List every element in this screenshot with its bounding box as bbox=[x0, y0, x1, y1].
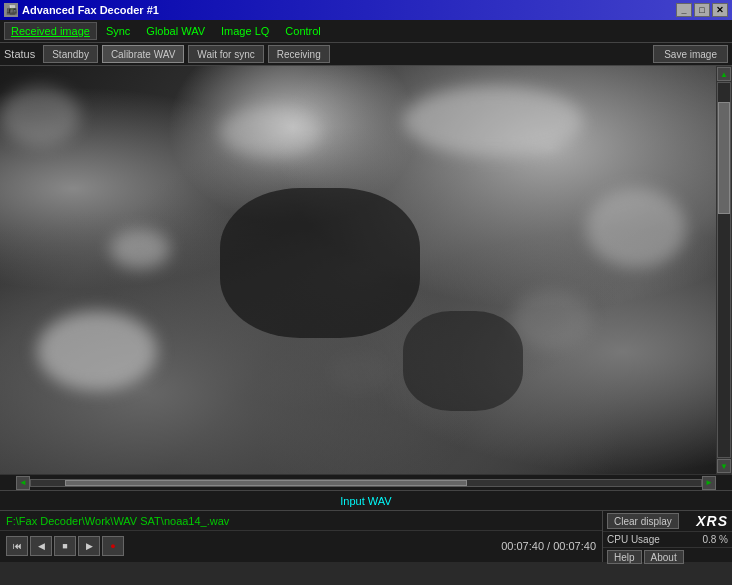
time-display: 00:07:40 / 00:07:40 bbox=[501, 540, 596, 552]
rewind-button[interactable]: ⏮ bbox=[6, 536, 28, 556]
calibrate-wav-button[interactable]: Calibrate WAV bbox=[102, 45, 184, 63]
status-label: Status bbox=[4, 48, 35, 60]
vscroll-thumb[interactable] bbox=[718, 102, 730, 214]
tab-image-lq[interactable]: Image LQ bbox=[214, 22, 276, 40]
app-icon: 📠 bbox=[4, 3, 18, 17]
maximize-button[interactable]: □ bbox=[694, 3, 710, 17]
receiving-button[interactable]: Receiving bbox=[268, 45, 330, 63]
tab-sync[interactable]: Sync bbox=[99, 22, 137, 40]
about-button[interactable]: About bbox=[644, 550, 684, 564]
save-image-button[interactable]: Save image bbox=[653, 45, 728, 63]
standby-button[interactable]: Standby bbox=[43, 45, 98, 63]
xrs-logo: XRS bbox=[696, 513, 728, 529]
help-about-row: Help About bbox=[603, 548, 732, 566]
status-bar: Status Standby Calibrate WAV Wait for sy… bbox=[0, 42, 732, 66]
input-wav-bar: Input WAV bbox=[0, 490, 732, 510]
play-button[interactable]: ▶ bbox=[78, 536, 100, 556]
satellite-image bbox=[0, 66, 732, 474]
input-wav-label: Input WAV bbox=[340, 495, 391, 507]
image-area: ▲ ▼ bbox=[0, 66, 732, 474]
minimize-button[interactable]: _ bbox=[676, 3, 692, 17]
horizontal-scroll-area[interactable]: ◄ ► bbox=[0, 474, 732, 490]
vertical-scrollbar[interactable]: ▲ ▼ bbox=[716, 66, 732, 474]
wait-for-sync-button[interactable]: Wait for sync bbox=[188, 45, 263, 63]
bottom-right: Clear display XRS CPU Usage 0.8 % Help A… bbox=[602, 511, 732, 562]
record-button[interactable]: ● bbox=[102, 536, 124, 556]
title-text: Advanced Fax Decoder #1 bbox=[22, 4, 159, 16]
vscroll-down-button[interactable]: ▼ bbox=[717, 459, 731, 473]
cpu-row: CPU Usage 0.8 % bbox=[603, 532, 732, 548]
tab-global-wav[interactable]: Global WAV bbox=[139, 22, 212, 40]
menu-bar: Received image Sync Global WAV Image LQ … bbox=[0, 20, 732, 42]
hscroll-thumb[interactable] bbox=[65, 480, 467, 486]
tab-received-image[interactable]: Received image bbox=[4, 22, 97, 40]
cpu-label: CPU Usage bbox=[607, 534, 660, 545]
help-button[interactable]: Help bbox=[607, 550, 642, 564]
scroll-right-button[interactable]: ► bbox=[702, 476, 716, 490]
scroll-left-button[interactable]: ◄ bbox=[16, 476, 30, 490]
bottom-area: F:\Fax Decoder\Work\WAV SAT\noaa14_.wav … bbox=[0, 510, 732, 562]
prev-button[interactable]: ◀ bbox=[30, 536, 52, 556]
stop-button[interactable]: ■ bbox=[54, 536, 76, 556]
clear-display-button[interactable]: Clear display bbox=[607, 513, 679, 529]
clear-display-row: Clear display XRS bbox=[603, 511, 732, 532]
hscroll-track[interactable] bbox=[30, 479, 702, 487]
title-bar-left: 📠 Advanced Fax Decoder #1 bbox=[4, 3, 159, 17]
controls-row: ⏮ ◀ ■ ▶ ● 00:07:40 / 00:07:40 bbox=[0, 531, 602, 561]
cpu-value: 0.8 % bbox=[702, 534, 728, 545]
tab-control[interactable]: Control bbox=[278, 22, 327, 40]
close-button[interactable]: ✕ bbox=[712, 3, 728, 17]
vscroll-up-button[interactable]: ▲ bbox=[717, 67, 731, 81]
vscroll-track[interactable] bbox=[717, 82, 731, 458]
file-path: F:\Fax Decoder\Work\WAV SAT\noaa14_.wav bbox=[0, 511, 602, 531]
title-controls[interactable]: _ □ ✕ bbox=[676, 3, 728, 17]
title-bar: 📠 Advanced Fax Decoder #1 _ □ ✕ bbox=[0, 0, 732, 20]
bottom-left: F:\Fax Decoder\Work\WAV SAT\noaa14_.wav … bbox=[0, 511, 602, 562]
